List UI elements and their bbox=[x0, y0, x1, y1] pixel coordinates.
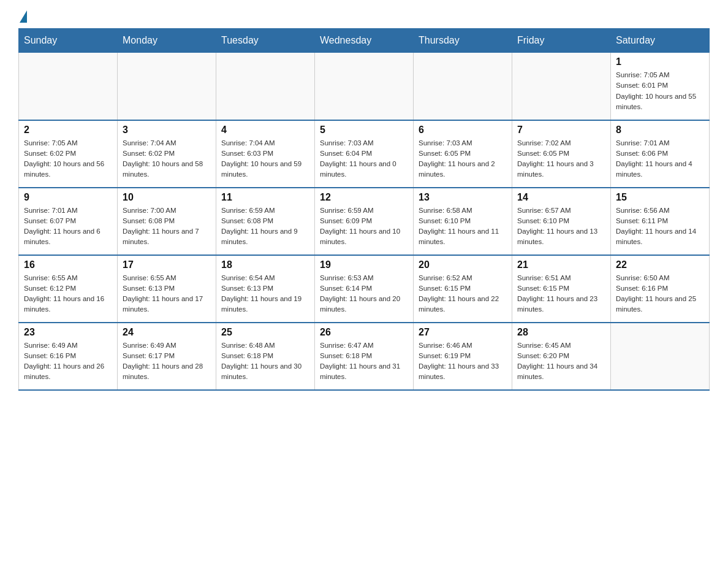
day-number: 14 bbox=[517, 192, 605, 203]
calendar-week-row: 9Sunrise: 7:01 AM Sunset: 6:07 PM Daylig… bbox=[19, 188, 710, 255]
logo bbox=[18, 12, 27, 22]
day-info: Sunrise: 6:46 AM Sunset: 6:19 PM Dayligh… bbox=[419, 340, 507, 383]
page-header bbox=[18, 12, 710, 22]
day-info: Sunrise: 7:03 AM Sunset: 6:04 PM Dayligh… bbox=[320, 138, 408, 180]
calendar-header-row: SundayMondayTuesdayWednesdayThursdayFrid… bbox=[19, 29, 710, 53]
calendar-week-row: 1Sunrise: 7:05 AM Sunset: 6:01 PM Daylig… bbox=[19, 53, 710, 120]
calendar-cell: 27Sunrise: 6:46 AM Sunset: 6:19 PM Dayli… bbox=[414, 323, 512, 390]
day-info: Sunrise: 6:55 AM Sunset: 6:13 PM Dayligh… bbox=[123, 273, 211, 315]
day-info: Sunrise: 7:04 AM Sunset: 6:03 PM Dayligh… bbox=[221, 138, 309, 180]
day-number: 25 bbox=[221, 327, 309, 338]
day-number: 22 bbox=[616, 259, 704, 270]
calendar-cell: 3Sunrise: 7:04 AM Sunset: 6:02 PM Daylig… bbox=[118, 120, 216, 188]
day-info: Sunrise: 6:59 AM Sunset: 6:08 PM Dayligh… bbox=[221, 205, 309, 248]
calendar-cell: 7Sunrise: 7:02 AM Sunset: 6:05 PM Daylig… bbox=[512, 120, 611, 188]
calendar-cell bbox=[611, 323, 710, 390]
day-info: Sunrise: 7:01 AM Sunset: 6:06 PM Dayligh… bbox=[616, 138, 704, 180]
day-number: 9 bbox=[24, 192, 112, 203]
calendar-cell: 15Sunrise: 6:56 AM Sunset: 6:11 PM Dayli… bbox=[611, 188, 710, 255]
calendar-cell: 9Sunrise: 7:01 AM Sunset: 6:07 PM Daylig… bbox=[19, 188, 118, 255]
column-header-friday: Friday bbox=[512, 29, 611, 53]
day-info: Sunrise: 6:47 AM Sunset: 6:18 PM Dayligh… bbox=[320, 340, 408, 383]
calendar-cell: 2Sunrise: 7:05 AM Sunset: 6:02 PM Daylig… bbox=[19, 120, 118, 188]
day-info: Sunrise: 6:48 AM Sunset: 6:18 PM Dayligh… bbox=[221, 340, 309, 383]
day-info: Sunrise: 6:56 AM Sunset: 6:11 PM Dayligh… bbox=[616, 205, 704, 248]
calendar-week-row: 2Sunrise: 7:05 AM Sunset: 6:02 PM Daylig… bbox=[19, 120, 710, 188]
calendar-cell: 25Sunrise: 6:48 AM Sunset: 6:18 PM Dayli… bbox=[216, 323, 315, 390]
day-info: Sunrise: 6:54 AM Sunset: 6:13 PM Dayligh… bbox=[221, 273, 309, 315]
logo-triangle-icon bbox=[20, 10, 27, 23]
day-number: 11 bbox=[221, 192, 309, 203]
day-info: Sunrise: 7:01 AM Sunset: 6:07 PM Dayligh… bbox=[24, 205, 112, 248]
column-header-saturday: Saturday bbox=[611, 29, 710, 53]
calendar-cell: 18Sunrise: 6:54 AM Sunset: 6:13 PM Dayli… bbox=[216, 255, 315, 323]
day-info: Sunrise: 6:49 AM Sunset: 6:17 PM Dayligh… bbox=[123, 340, 211, 383]
day-number: 26 bbox=[320, 327, 408, 338]
day-info: Sunrise: 7:02 AM Sunset: 6:05 PM Dayligh… bbox=[517, 138, 605, 180]
calendar-cell: 22Sunrise: 6:50 AM Sunset: 6:16 PM Dayli… bbox=[611, 255, 710, 323]
day-number: 7 bbox=[517, 124, 605, 136]
day-number: 27 bbox=[419, 327, 507, 338]
day-number: 1 bbox=[616, 56, 704, 67]
calendar-header: SundayMondayTuesdayWednesdayThursdayFrid… bbox=[19, 29, 710, 53]
day-number: 12 bbox=[320, 192, 408, 203]
calendar-cell: 19Sunrise: 6:53 AM Sunset: 6:14 PM Dayli… bbox=[315, 255, 414, 323]
calendar-cell: 12Sunrise: 6:59 AM Sunset: 6:09 PM Dayli… bbox=[315, 188, 414, 255]
calendar-cell: 4Sunrise: 7:04 AM Sunset: 6:03 PM Daylig… bbox=[216, 120, 315, 188]
column-header-wednesday: Wednesday bbox=[315, 29, 414, 53]
calendar-cell bbox=[118, 53, 216, 120]
calendar-cell: 21Sunrise: 6:51 AM Sunset: 6:15 PM Dayli… bbox=[512, 255, 611, 323]
day-info: Sunrise: 6:57 AM Sunset: 6:10 PM Dayligh… bbox=[517, 205, 605, 248]
column-header-sunday: Sunday bbox=[19, 29, 118, 53]
day-number: 4 bbox=[221, 124, 309, 136]
calendar-cell: 14Sunrise: 6:57 AM Sunset: 6:10 PM Dayli… bbox=[512, 188, 611, 255]
day-number: 8 bbox=[616, 124, 704, 136]
day-number: 17 bbox=[123, 259, 211, 270]
calendar-cell: 26Sunrise: 6:47 AM Sunset: 6:18 PM Dayli… bbox=[315, 323, 414, 390]
calendar-body: 1Sunrise: 7:05 AM Sunset: 6:01 PM Daylig… bbox=[19, 53, 710, 390]
day-info: Sunrise: 6:50 AM Sunset: 6:16 PM Dayligh… bbox=[616, 273, 704, 315]
day-number: 10 bbox=[123, 192, 211, 203]
day-number: 6 bbox=[419, 124, 507, 136]
column-header-monday: Monday bbox=[118, 29, 216, 53]
day-number: 20 bbox=[419, 259, 507, 270]
calendar-cell: 6Sunrise: 7:03 AM Sunset: 6:05 PM Daylig… bbox=[414, 120, 512, 188]
day-info: Sunrise: 6:52 AM Sunset: 6:15 PM Dayligh… bbox=[419, 273, 507, 315]
calendar-cell: 16Sunrise: 6:55 AM Sunset: 6:12 PM Dayli… bbox=[19, 255, 118, 323]
calendar-cell: 17Sunrise: 6:55 AM Sunset: 6:13 PM Dayli… bbox=[118, 255, 216, 323]
day-number: 3 bbox=[123, 124, 211, 136]
day-number: 18 bbox=[221, 259, 309, 270]
day-number: 19 bbox=[320, 259, 408, 270]
calendar-cell bbox=[216, 53, 315, 120]
day-info: Sunrise: 7:05 AM Sunset: 6:01 PM Dayligh… bbox=[616, 70, 704, 112]
calendar-cell bbox=[19, 53, 118, 120]
calendar-cell: 20Sunrise: 6:52 AM Sunset: 6:15 PM Dayli… bbox=[414, 255, 512, 323]
day-number: 13 bbox=[419, 192, 507, 203]
day-info: Sunrise: 6:51 AM Sunset: 6:15 PM Dayligh… bbox=[517, 273, 605, 315]
day-number: 16 bbox=[24, 259, 112, 270]
calendar-week-row: 23Sunrise: 6:49 AM Sunset: 6:16 PM Dayli… bbox=[19, 323, 710, 390]
day-number: 24 bbox=[123, 327, 211, 338]
day-info: Sunrise: 6:55 AM Sunset: 6:12 PM Dayligh… bbox=[24, 273, 112, 315]
day-number: 5 bbox=[320, 124, 408, 136]
day-info: Sunrise: 6:59 AM Sunset: 6:09 PM Dayligh… bbox=[320, 205, 408, 248]
column-header-thursday: Thursday bbox=[414, 29, 512, 53]
column-header-tuesday: Tuesday bbox=[216, 29, 315, 53]
calendar-cell: 24Sunrise: 6:49 AM Sunset: 6:17 PM Dayli… bbox=[118, 323, 216, 390]
calendar-cell: 11Sunrise: 6:59 AM Sunset: 6:08 PM Dayli… bbox=[216, 188, 315, 255]
calendar-cell bbox=[414, 53, 512, 120]
calendar-cell: 13Sunrise: 6:58 AM Sunset: 6:10 PM Dayli… bbox=[414, 188, 512, 255]
day-info: Sunrise: 7:04 AM Sunset: 6:02 PM Dayligh… bbox=[123, 138, 211, 180]
day-info: Sunrise: 6:53 AM Sunset: 6:14 PM Dayligh… bbox=[320, 273, 408, 315]
calendar-cell: 1Sunrise: 7:05 AM Sunset: 6:01 PM Daylig… bbox=[611, 53, 710, 120]
day-info: Sunrise: 6:58 AM Sunset: 6:10 PM Dayligh… bbox=[419, 205, 507, 248]
calendar-table: SundayMondayTuesdayWednesdayThursdayFrid… bbox=[18, 28, 710, 391]
calendar-cell: 8Sunrise: 7:01 AM Sunset: 6:06 PM Daylig… bbox=[611, 120, 710, 188]
day-number: 21 bbox=[517, 259, 605, 270]
calendar-cell: 23Sunrise: 6:49 AM Sunset: 6:16 PM Dayli… bbox=[19, 323, 118, 390]
day-number: 23 bbox=[24, 327, 112, 338]
calendar-cell: 10Sunrise: 7:00 AM Sunset: 6:08 PM Dayli… bbox=[118, 188, 216, 255]
day-info: Sunrise: 6:45 AM Sunset: 6:20 PM Dayligh… bbox=[517, 340, 605, 383]
calendar-cell bbox=[315, 53, 414, 120]
day-info: Sunrise: 6:49 AM Sunset: 6:16 PM Dayligh… bbox=[24, 340, 112, 383]
